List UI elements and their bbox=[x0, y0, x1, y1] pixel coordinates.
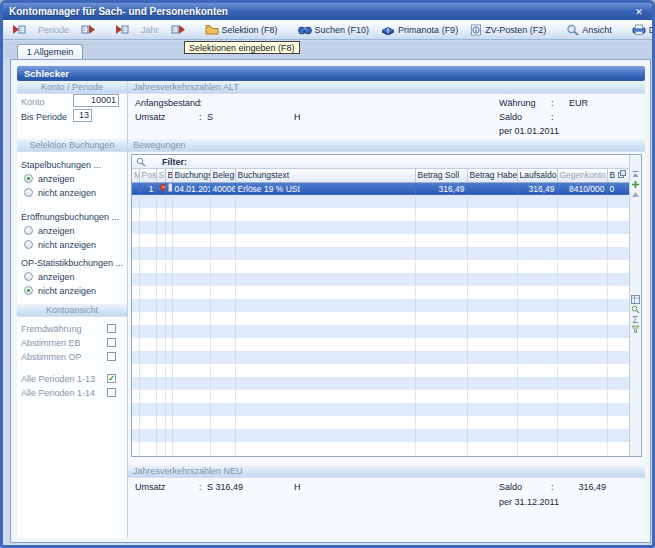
empty-row[interactable] bbox=[132, 221, 629, 234]
col-buchungsdatum[interactable]: Buchungsdatum bbox=[172, 169, 210, 182]
cell-st bbox=[156, 182, 165, 195]
empty-row[interactable] bbox=[132, 299, 629, 312]
abstimmen-op-checkbox[interactable] bbox=[107, 352, 116, 361]
binoculars-icon bbox=[298, 24, 312, 35]
window-title: Kontomanager für Sach- und Personenkonte… bbox=[9, 6, 632, 17]
folder-icon bbox=[205, 24, 219, 35]
periode-label: Periode bbox=[33, 21, 74, 38]
eroeffnung-nicht-anzeigen-radio[interactable] bbox=[24, 240, 33, 249]
alt-umsatz-label: Umsatz bbox=[135, 112, 166, 122]
col-pos-nr[interactable]: Pos.-Nr bbox=[139, 169, 156, 182]
col-st[interactable]: St bbox=[156, 169, 165, 182]
empty-row[interactable] bbox=[132, 338, 629, 351]
sum-icon[interactable] bbox=[631, 314, 641, 324]
col-betrag-soll[interactable]: Betrag Soll bbox=[415, 169, 467, 182]
filter-funnel-icon[interactable] bbox=[631, 324, 641, 334]
section-jvz-neu: Jahresverkehrszahlen NEU bbox=[128, 465, 645, 478]
empty-row[interactable] bbox=[132, 247, 629, 260]
empty-row[interactable] bbox=[132, 390, 629, 403]
empty-row[interactable] bbox=[132, 234, 629, 247]
empty-row[interactable] bbox=[132, 325, 629, 338]
empty-row[interactable] bbox=[132, 312, 629, 325]
eroeffnung-anzeigen-label: anzeigen bbox=[38, 226, 75, 236]
scroll-up-icon[interactable] bbox=[631, 189, 641, 199]
close-icon[interactable]: ✕ bbox=[632, 6, 646, 18]
col-laufsaldo[interactable]: Laufsaldo bbox=[517, 169, 557, 182]
add-row-icon[interactable] bbox=[631, 179, 641, 189]
grid-filter-row[interactable]: Filter: bbox=[132, 155, 629, 169]
col-beleg-nr[interactable]: Beleg-Nr. bbox=[210, 169, 235, 182]
zv-posten-button[interactable]: ZV-Posten (F2) bbox=[465, 21, 551, 38]
empty-row[interactable] bbox=[132, 416, 629, 429]
arrow-left-grid-icon bbox=[12, 24, 26, 35]
neu-umsatz-haben-tag: H bbox=[294, 482, 301, 492]
abstimmen-eb-checkbox[interactable] bbox=[107, 338, 116, 347]
stapel-anzeigen-radio[interactable] bbox=[24, 174, 33, 183]
jahr-prev-button[interactable] bbox=[110, 21, 134, 38]
ansicht-button[interactable]: Ansicht bbox=[561, 21, 617, 38]
eroeffnung-anzeigen-radio[interactable] bbox=[24, 226, 33, 235]
search-grid-icon[interactable] bbox=[631, 304, 641, 314]
empty-row[interactable] bbox=[132, 364, 629, 377]
red-stamp-icon bbox=[159, 183, 166, 192]
col-buchungstext[interactable]: Buchungstext bbox=[235, 169, 415, 182]
drucken-button[interactable]: Drucken bbox=[627, 21, 655, 38]
empty-row[interactable] bbox=[132, 260, 629, 273]
booking-row-selected[interactable]: 1 04.01.2011 /Di 40006228 Erlöse 19 % US… bbox=[132, 182, 629, 195]
section-kontoansicht: Kontoansicht bbox=[17, 304, 127, 317]
bis-periode-label: Bis Periode bbox=[21, 112, 67, 122]
cell-beleg: 40006228 bbox=[210, 182, 235, 195]
alle-perioden-14-checkbox[interactable] bbox=[107, 388, 116, 397]
periode-prev-button[interactable] bbox=[7, 21, 31, 38]
empty-row[interactable] bbox=[132, 208, 629, 221]
main-toolbar: Periode Jahr Selektion (F8) Suchen (F10)… bbox=[3, 20, 652, 40]
empty-row[interactable] bbox=[132, 403, 629, 416]
stapel-nicht-anzeigen-radio[interactable] bbox=[24, 188, 33, 197]
selektion-label: Selektion (F8) bbox=[222, 25, 278, 35]
empty-row[interactable] bbox=[132, 351, 629, 364]
alle-perioden-13-checkbox[interactable] bbox=[107, 374, 116, 383]
col-b2[interactable]: B bbox=[607, 169, 629, 182]
scroll-top-icon[interactable] bbox=[631, 169, 641, 179]
empty-row[interactable] bbox=[132, 377, 629, 390]
fremdwaehrung-checkbox[interactable] bbox=[107, 324, 116, 333]
col-gegenkonto[interactable]: Gegenkonto bbox=[557, 169, 607, 182]
suchen-button[interactable]: Suchen (F10) bbox=[293, 21, 375, 38]
cell-datum: 04.01.2011 /Di bbox=[172, 182, 210, 195]
waehrung-value: EUR bbox=[569, 98, 588, 108]
empty-row[interactable] bbox=[132, 286, 629, 299]
empty-row[interactable] bbox=[132, 429, 629, 442]
col-m[interactable]: M bbox=[132, 169, 139, 182]
col-b[interactable]: B bbox=[165, 169, 172, 182]
bookings-grid: Filter: M Pos.-Nr St bbox=[131, 154, 642, 457]
konto-input[interactable]: 10001 bbox=[73, 94, 119, 107]
filter-label: Filter: bbox=[162, 157, 187, 167]
empty-row[interactable] bbox=[132, 195, 629, 208]
cell-m bbox=[132, 182, 139, 195]
primanota-button[interactable]: Primanota (F9) bbox=[376, 21, 463, 38]
grid-view-icon[interactable] bbox=[631, 294, 641, 304]
title-bar: Kontomanager für Sach- und Personenkonte… bbox=[3, 3, 652, 20]
alt-umsatz-soll: S bbox=[207, 112, 213, 122]
suchen-label: Suchen (F10) bbox=[315, 25, 370, 35]
magnifier-icon bbox=[566, 24, 579, 36]
periode-next-button[interactable] bbox=[76, 21, 100, 38]
tab-allgemein[interactable]: 1 Allgemein bbox=[17, 44, 83, 59]
arrow-right-grid-icon bbox=[171, 24, 185, 35]
empty-row[interactable] bbox=[132, 442, 629, 455]
op-anzeigen-radio[interactable] bbox=[24, 272, 33, 281]
empty-row[interactable] bbox=[132, 273, 629, 286]
account-header: Schlecker bbox=[17, 66, 645, 81]
bis-periode-input[interactable]: 13 bbox=[73, 109, 92, 122]
jahr-next-button[interactable] bbox=[166, 21, 190, 38]
grid-header-row[interactable]: M Pos.-Nr St B Buchungsdatum Beleg-Nr. B… bbox=[132, 169, 629, 182]
tab-strip: 1 Allgemein bbox=[3, 41, 652, 59]
left-panel: Konto / Periode Konto 10001 Bis Periode … bbox=[17, 81, 128, 538]
neu-umsatz-value: 316,49 bbox=[188, 482, 243, 492]
col-betrag-haben[interactable]: Betrag Haben bbox=[467, 169, 517, 182]
selektion-button[interactable]: Selektion (F8) bbox=[200, 21, 283, 38]
column-chooser-icon[interactable] bbox=[618, 170, 626, 178]
anfangsbestand-label: Anfangsbestand bbox=[135, 98, 200, 108]
app-window: Kontomanager für Sach- und Personenkonte… bbox=[0, 0, 655, 548]
op-nicht-anzeigen-radio[interactable] bbox=[24, 286, 33, 295]
